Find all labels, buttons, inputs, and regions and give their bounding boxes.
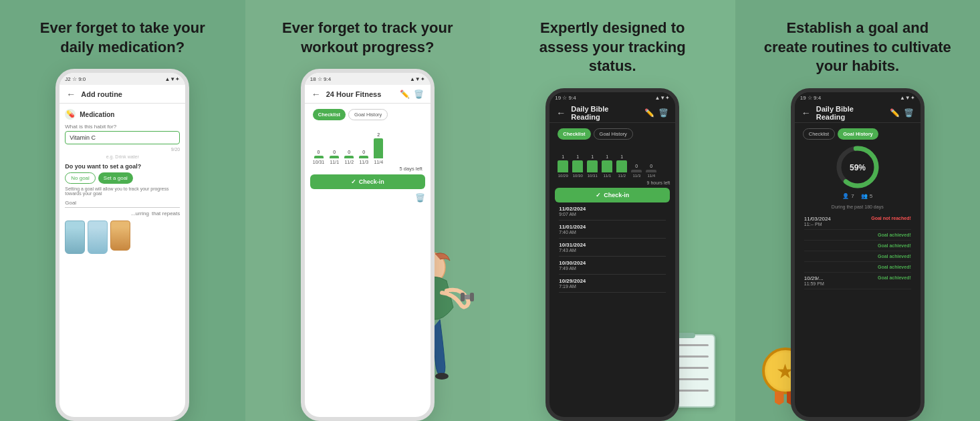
phone-content-4: Checklist Goal History 59% 👤 7 xyxy=(795,123,921,295)
back-arrow-4[interactable]: ← xyxy=(802,108,811,118)
phone-title-4: Daily Bible Reading xyxy=(816,105,884,121)
tab-checklist-4[interactable]: Checklist xyxy=(803,128,835,140)
medication-label: Medication xyxy=(80,111,114,118)
back-arrow-2[interactable]: ← xyxy=(312,89,321,100)
tab-row-4: Checklist Goal History xyxy=(800,128,915,140)
dark-bar-col-4: 1 11/2 xyxy=(616,154,627,178)
back-arrow-3[interactable]: ← xyxy=(556,108,566,118)
goal-item-5: 10/29/... 11:59 PM Goal achieved! xyxy=(804,273,911,289)
header-icons-2: ✏️ 🗑️ xyxy=(400,90,424,99)
dark-bar-col-1: 1 10/30 xyxy=(572,154,583,178)
goal-item-2: Goal achieved! xyxy=(804,241,911,251)
delete-icon-3[interactable]: 🗑️ xyxy=(658,108,668,118)
days-left: 5 days left xyxy=(313,166,422,172)
dark-bar-col-3: 1 11/1 xyxy=(602,154,612,178)
phone-header-1: ← Add routine xyxy=(59,85,185,104)
back-arrow-1[interactable]: ← xyxy=(66,89,76,100)
bar-1 xyxy=(330,156,339,158)
delete-icon-2[interactable]: 🗑️ xyxy=(414,90,424,99)
tab-history-4[interactable]: Goal History xyxy=(838,128,878,140)
bottle-2 xyxy=(88,221,108,254)
tab-history-2[interactable]: Goal History xyxy=(348,109,388,120)
phone-mockup-2: 18 ☆ 9:4 ▲▼✦ ← 24 Hour Fitness ✏️ 🗑️ Che… xyxy=(301,69,435,421)
phone-header-4: ← Daily Bible Reading ✏️ 🗑️ xyxy=(795,104,921,123)
habit-label: What is this habit for? xyxy=(65,124,180,130)
svg-rect-5 xyxy=(461,293,465,301)
bar-col-1: 0 11/1 xyxy=(330,150,339,164)
hours-left: 9 hours left xyxy=(555,180,670,185)
no-goal-button[interactable]: No goal xyxy=(65,172,96,184)
tab-checklist-2[interactable]: Checklist xyxy=(313,109,346,120)
panel-1-title: Ever forget to take your daily medicatio… xyxy=(29,19,216,57)
char-count: 9/20 xyxy=(65,147,180,152)
tab-history-3[interactable]: Goal History xyxy=(594,128,633,140)
phone-content-2: Checklist Goal History 0 10/31 0 11/1 xyxy=(305,104,431,208)
goal-hint: Setting a goal will allow you to track y… xyxy=(65,186,180,196)
habit-input[interactable]: Vitamin C xyxy=(65,131,180,144)
phone-mockup-4: 19 ☆ 9:4 ▲▼✦ ← Daily Bible Reading ✏️ 🗑️… xyxy=(791,88,925,421)
bottles-row xyxy=(65,221,180,254)
bottle-1 xyxy=(65,221,85,254)
edit-icon-4[interactable]: ✏️ xyxy=(890,108,900,118)
bar-col-3: 0 11/3 xyxy=(359,150,368,164)
goal-input-field[interactable]: Goal xyxy=(65,200,180,208)
edit-icon-3[interactable]: ✏️ xyxy=(644,108,654,118)
edit-icon-2[interactable]: ✏️ xyxy=(400,90,410,99)
stats-row: 👤 7 👥 5 xyxy=(800,193,915,199)
goal-btn-group: No goal Set a goal xyxy=(65,172,180,184)
phone-title-2: 24 Hour Fitness xyxy=(326,90,382,98)
delete-icon-4[interactable]: 🗑️ xyxy=(904,108,914,118)
panel-2-title: Ever forget to track your workout progre… xyxy=(274,19,461,57)
bottle-3 xyxy=(110,221,130,251)
bar-chart-3: 1 10/29 1 10/30 1 10/31 xyxy=(555,144,670,180)
tab-checklist-3[interactable]: Checklist xyxy=(558,128,590,140)
goal-item-3: Goal achieved! xyxy=(804,251,911,262)
header-icons-4: ✏️ 🗑️ xyxy=(890,108,914,118)
history-item-0: 11/02/2024 9:07 AM xyxy=(559,202,666,221)
phone-mockup-3: 19 ☆ 9:4 ▲▼✦ ← Daily Bible Reading ✏️ 🗑️… xyxy=(545,88,679,421)
header-icons-3: ✏️ 🗑️ xyxy=(644,108,668,118)
status-bar-3: 19 ☆ 9:4 ▲▼✦ xyxy=(549,92,675,104)
goal-item-4: Goal achieved! xyxy=(804,262,911,273)
dark-bar-col-2: 1 10/31 xyxy=(587,154,598,178)
ribbon-left xyxy=(775,392,784,405)
status-bar-4: 19 ☆ 9:4 ▲▼✦ xyxy=(795,92,921,104)
panel-2-phone-area: 18 ☆ 9:4 ▲▼✦ ← 24 Hour Fitness ✏️ 🗑️ Che… xyxy=(259,69,477,421)
svg-rect-4 xyxy=(462,295,474,299)
history-item-1: 11/01/2024 7:40 AM xyxy=(559,221,666,239)
tab-row-2: Checklist Goal History xyxy=(310,109,425,120)
checkin-button-2[interactable]: ✓ Check-in xyxy=(310,174,425,189)
phone-content-1: 💊 Medication What is this habit for? Vit… xyxy=(59,104,185,259)
status-bar-1: J2 ☆ 9:0 ▲▼✦ xyxy=(59,73,185,85)
medication-row: 💊 Medication xyxy=(65,109,180,120)
panel-4-title: Establish a goal and create routines to … xyxy=(764,19,951,76)
placeholder-hint: e.g. Drink water xyxy=(65,154,180,159)
phone-header-2: ← 24 Hour Fitness ✏️ 🗑️ xyxy=(305,85,431,104)
panel-tracking: Expertly designed to assess your trackin… xyxy=(490,0,735,421)
status-bar-2: 18 ☆ 9:4 ▲▼✦ xyxy=(305,73,431,85)
checkin-button-3[interactable]: ✓ Check-in xyxy=(555,188,670,202)
panel-goals: Establish a goal and create routines to … xyxy=(735,0,981,421)
set-goal-button[interactable]: Set a goal xyxy=(98,172,133,184)
medication-icon: 💊 xyxy=(65,109,76,120)
phone-title-1: Add routine xyxy=(81,90,122,98)
phone-content-3: Checklist Goal History 1 10/29 1 10/30 xyxy=(549,123,675,298)
bar-col-0: 0 10/31 xyxy=(313,150,325,164)
done-stat: 👥 5 xyxy=(861,193,872,199)
svg-rect-6 xyxy=(470,293,474,301)
delete-item-icon[interactable]: 🗑️ xyxy=(310,193,425,202)
phone-header-3: ← Daily Bible Reading ✏️ 🗑️ xyxy=(549,104,675,123)
repeats-label: that repeats xyxy=(152,210,180,217)
history-item-2: 10/31/2024 7:43 AM xyxy=(559,239,666,257)
bar-4 xyxy=(374,138,383,158)
dark-bar-col-6: 0 11/4 xyxy=(646,164,656,178)
panel-4-phone-area: 19 ☆ 9:4 ▲▼✦ ← Daily Bible Reading ✏️ 🗑️… xyxy=(749,88,967,421)
dark-bar-col-5: 0 11/3 xyxy=(631,164,642,178)
goal-item-1: Goal achieved! xyxy=(804,230,911,241)
panel-3-title: Expertly designed to assess your trackin… xyxy=(519,19,706,76)
panel-1-phone-area: J2 ☆ 9:0 ▲▼✦ ← Add routine 💊 Medication … xyxy=(13,69,232,421)
panel-3-phone-area: 19 ☆ 9:4 ▲▼✦ ← Daily Bible Reading ✏️ 🗑️… xyxy=(503,88,722,421)
history-list-3: 11/02/2024 9:07 AM 11/01/2024 7:40 AM 10… xyxy=(555,202,670,293)
bar-2 xyxy=(344,156,354,158)
stats-period: During the past 180 days xyxy=(800,204,915,209)
